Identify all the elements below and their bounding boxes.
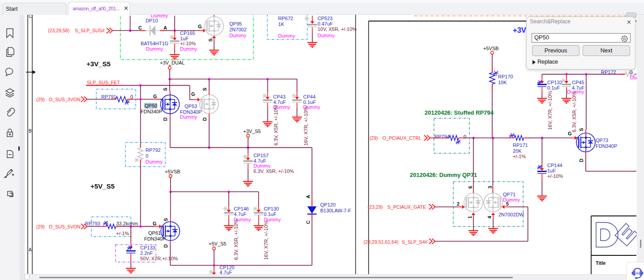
svg-text:RP170: RP170 (498, 74, 513, 79)
svg-text:2: 2 (457, 201, 459, 207)
svg-text:B130LAW-7-F: B130LAW-7-F (320, 208, 351, 213)
svg-text:0.1uF: 0.1uF (303, 99, 316, 105)
svg-text:RP792: RP792 (146, 147, 161, 153)
svg-text:G: G (153, 94, 157, 99)
svg-text:+/-10%: +/-10% (180, 41, 196, 46)
svg-text:A: A (305, 195, 311, 198)
svg-text:FDN340P: FDN340P (141, 109, 162, 114)
svg-text:C: C (138, 25, 142, 30)
svg-text:CP45: CP45 (572, 80, 584, 85)
svg-text:RP791: RP791 (101, 94, 116, 99)
svg-text:0: 0 (464, 134, 466, 139)
svg-text:Dummy: Dummy (146, 159, 163, 164)
svg-text:10V, X5R, +/-10%: 10V, X5R, +/-10% (318, 26, 357, 32)
svg-text:+/-1%: +/-1% (513, 154, 526, 159)
svg-text:Dummy: Dummy (180, 46, 197, 52)
svg-text:(23,29): (23,29) (368, 204, 383, 210)
svg-text:6.3V, X5R, +/-10%: 6.3V, X5R, +/-10% (273, 105, 279, 146)
svg-text:1: 1 (467, 216, 472, 219)
svg-text:QP120: QP120 (320, 202, 335, 207)
svg-text:Dummy: Dummy (180, 114, 197, 120)
svg-text:+3V: +3V (513, 26, 526, 34)
svg-text:+3V_DUAL: +3V_DUAL (160, 60, 185, 65)
svg-text:S: S (163, 88, 168, 91)
svg-text:20K: 20K (513, 148, 522, 154)
svg-text:0.1uF: 0.1uF (547, 85, 560, 90)
svg-text:QP61: QP61 (148, 230, 161, 236)
svg-text:CP44: CP44 (303, 94, 316, 99)
svg-text:O_SUS_5VON: O_SUS_5VON (49, 224, 81, 229)
svg-text:+3V_S5: +3V_S5 (86, 60, 111, 68)
svg-text:1uF: 1uF (547, 168, 556, 173)
svg-text:RP171: RP171 (513, 142, 528, 148)
svg-text:+/-1%: +/-1% (116, 231, 129, 236)
svg-text:QP73: QP73 (596, 138, 608, 143)
svg-text:(23,29,58): (23,29,58) (48, 28, 69, 33)
svg-text:6.3V, X5R, +/-10%: 6.3V, X5R, +/-10% (253, 168, 294, 174)
svg-text:CP133: CP133 (140, 245, 155, 250)
svg-text:RP672: RP672 (278, 16, 293, 21)
svg-text:(29): (29) (36, 97, 45, 102)
svg-text:G: G (198, 24, 202, 29)
svg-text:D: D (202, 117, 207, 121)
svg-text:4.7uF: 4.7uF (253, 158, 266, 164)
svg-text:CP523: CP523 (318, 16, 333, 21)
svg-text:S_PCIAUX_GATE: S_PCIAUX_GATE (387, 204, 426, 210)
svg-text:16V, X7R, +/-10%: 16V, X7R, +/-10% (263, 220, 269, 260)
svg-text:2N7002DW: 2N7002DW (498, 212, 524, 217)
svg-text:20120426: Stuffed RP794: 20120426: Stuffed RP794 (425, 109, 494, 116)
svg-text:6.3V, X5R, +/-10%: 6.3V, X5R, +/-10% (571, 91, 577, 132)
svg-text:+5VSB: +5VSB (165, 169, 180, 174)
svg-text:(23,29,51,61,64): (23,29,51,61,64) (364, 239, 399, 245)
svg-text:Dummy: Dummy (146, 46, 163, 52)
svg-text:Dummy: Dummy (278, 33, 295, 39)
svg-text:A: A (29, 247, 32, 252)
svg-text:RP793: RP793 (85, 221, 100, 226)
svg-text:B: B (29, 129, 32, 134)
svg-text:6: 6 (468, 186, 473, 189)
svg-text:0.1uF: 0.1uF (264, 211, 276, 217)
svg-text:CP43: CP43 (273, 94, 286, 99)
svg-text:+3V_S5: +3V_S5 (243, 129, 261, 134)
svg-text:0: 0 (146, 153, 148, 159)
svg-text:10K: 10K (498, 80, 507, 85)
svg-text:6.3V, X5R, +/-10%: 6.3V, X5R, +/-10% (233, 219, 239, 260)
svg-text:1K: 1K (278, 22, 284, 27)
svg-text:FDN340P: FDN340P (144, 236, 166, 241)
svg-text:QP71: QP71 (503, 192, 515, 197)
svg-text:+5V_S5: +5V_S5 (90, 182, 115, 190)
svg-text:AI: AI (635, 271, 640, 276)
svg-text:CP120: CP120 (219, 265, 235, 270)
svg-text:1uF: 1uF (180, 36, 189, 41)
svg-text:DP10: DP10 (146, 18, 158, 23)
svg-text:2.2nF: 2.2nF (140, 250, 153, 256)
svg-text:A: A (163, 25, 167, 30)
svg-text:16V, X7R, +/-10%: 16V, X7R, +/-10% (547, 90, 553, 130)
svg-text:0: 0 (630, 69, 632, 75)
svg-text:3: 3 (487, 186, 493, 189)
svg-text:O_PCIAUX_CTRL: O_PCIAUX_CTRL (382, 135, 421, 141)
svg-text:G: G (191, 91, 195, 97)
svg-text:+5VSB: +5VSB (483, 46, 499, 51)
svg-text:Dummy: Dummy (253, 163, 270, 168)
svg-text:D: D (163, 117, 168, 121)
svg-text:4.7uF: 4.7uF (234, 211, 246, 217)
svg-text:CP157: CP157 (253, 153, 269, 158)
svg-text:CP130: CP130 (264, 206, 279, 211)
svg-text:0: 0 (130, 94, 133, 99)
svg-text:+5V_S5: +5V_S5 (209, 241, 226, 246)
svg-text:S: S (208, 39, 213, 42)
svg-text:QP50: QP50 (145, 103, 157, 108)
svg-text:+/-10%: +/-10% (547, 173, 563, 179)
svg-text:RP794: RP794 (434, 134, 450, 139)
svg-text:FDN340P: FDN340P (596, 143, 617, 149)
svg-text:S: S (202, 88, 207, 91)
svg-text:S: S (163, 218, 168, 221)
svg-text:50V, X7R,+/-10%: 50V, X7R,+/-10% (140, 256, 178, 261)
svg-text:QP95: QP95 (229, 21, 242, 26)
svg-text:CP132: CP132 (547, 80, 562, 85)
svg-text:S: S (579, 128, 584, 131)
svg-text:Dummy: Dummy (503, 197, 520, 202)
svg-text:D: D (579, 159, 584, 162)
svg-text:CP146: CP146 (234, 206, 249, 211)
